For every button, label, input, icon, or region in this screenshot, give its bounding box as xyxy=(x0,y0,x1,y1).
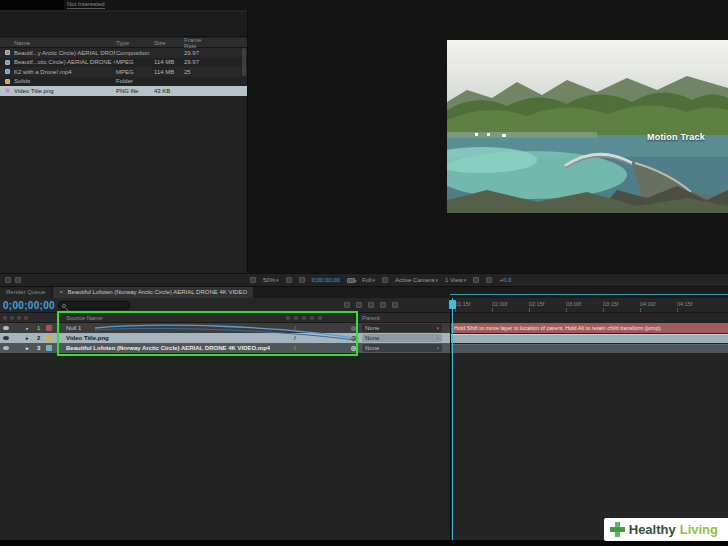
panel-tab-label[interactable]: Not Interested xyxy=(67,1,105,9)
visibility-eye-icon[interactable] xyxy=(3,336,9,340)
project-scrollbar[interactable] xyxy=(242,48,246,76)
item-name: Video Title.png xyxy=(14,88,116,94)
visibility-eye-icon[interactable] xyxy=(3,346,9,350)
watermark-word-healthy: Healthy xyxy=(629,522,676,537)
after-effects-window: Not Interested Name Type Size Frame Rate… xyxy=(0,0,728,546)
item-name: Solids xyxy=(14,78,116,84)
video-icon xyxy=(0,60,14,65)
pick-whip-icon[interactable]: ◎ xyxy=(351,323,356,333)
composition-viewer[interactable]: Motion Track xyxy=(447,40,728,213)
parent-dropdown[interactable]: None▾ xyxy=(362,344,442,352)
layer-name[interactable]: Beautiful Lofoten (Norway Arctic Circle)… xyxy=(66,343,270,353)
panel-tab[interactable] xyxy=(0,0,64,10)
item-name: K2 with a Drone!.mp4 xyxy=(14,69,116,75)
layer-duration-bar-selected[interactable] xyxy=(451,334,728,343)
label-color-chip[interactable] xyxy=(46,345,52,351)
project-preview-area xyxy=(0,12,247,37)
layer-switches[interactable]: / xyxy=(294,323,302,333)
ruler-tick: 03:15f xyxy=(603,298,640,312)
timeline-tabs: Render Queue × Beautiful Lofoten (Norway… xyxy=(0,287,728,298)
project-panel: Name Type Size Frame Rate Beautif...y Ar… xyxy=(0,10,248,273)
item-type: Folder xyxy=(116,78,154,84)
visibility-eye-icon[interactable] xyxy=(3,326,9,330)
project-item-video[interactable]: K2 with a Drone!.mp4 MPEG 114 MB 25 xyxy=(0,67,247,77)
project-item-composition[interactable]: Beautif...y Arctic Circle) AERIAL DRONE … xyxy=(0,48,247,58)
close-icon[interactable]: × xyxy=(59,289,63,295)
project-item-list: Beautif...y Arctic Circle) AERIAL DRONE … xyxy=(0,48,247,96)
layer-row-null[interactable]: ▸ 1 Null 1 / ◎ None▾ xyxy=(0,323,450,333)
motion-track-title-overlay: Motion Track xyxy=(647,132,705,142)
timeline-panel: Render Queue × Beautiful Lofoten (Norway… xyxy=(0,287,728,540)
source-name-column[interactable]: Source Name xyxy=(66,315,103,321)
viewer-timecode[interactable]: 0;00;00;00 xyxy=(312,277,340,283)
always-preview-icon[interactable] xyxy=(250,277,256,283)
healthy-living-watermark: Healthy Living xyxy=(604,518,728,541)
timeline-view-options-icons[interactable] xyxy=(344,302,398,308)
camera-select[interactable]: Active Camera▾ xyxy=(395,277,438,283)
layer-number: 1 xyxy=(37,323,40,333)
video-icon xyxy=(0,69,14,74)
ruler-tick: 04:15f xyxy=(677,298,714,312)
item-type: MPEG xyxy=(116,59,154,65)
column-name[interactable]: Name xyxy=(14,40,116,46)
mask-visibility-icon[interactable] xyxy=(299,277,305,283)
column-type[interactable]: Type xyxy=(116,40,154,46)
lofoten-landscape-image xyxy=(447,40,728,213)
project-footer-icons[interactable] xyxy=(5,277,21,283)
chevron-down-icon: ▾ xyxy=(435,277,438,283)
viewer-toolbar: 50%▾ 0;00;00;00 Full▾ Active Camera▾ 1 V… xyxy=(250,273,511,287)
layer-switches[interactable]: / xyxy=(294,343,302,353)
item-name: Beautif...y Arctic Circle) AERIAL DRONE … xyxy=(14,50,116,56)
project-item-folder[interactable]: Solids Folder xyxy=(0,77,247,87)
playhead-line[interactable] xyxy=(452,298,453,540)
item-type: MPEG xyxy=(116,69,154,75)
parent-dropdown[interactable]: None▾ xyxy=(362,334,442,342)
ruler-tick: 04:00f xyxy=(640,298,677,312)
pick-whip-icon[interactable]: ◎ xyxy=(351,333,356,343)
current-time-display[interactable]: 0;00;00;00 xyxy=(3,300,55,311)
chevron-down-icon: ▾ xyxy=(276,277,279,283)
layer-row-title-selected[interactable]: ▸ 2 Video Title.png / ◎ None▾ xyxy=(0,333,450,343)
view-layout-select[interactable]: 1 View▾ xyxy=(445,277,466,283)
zoom-select[interactable]: 50%▾ xyxy=(263,277,279,283)
bit-depth-icon[interactable] xyxy=(5,277,11,283)
current-time-indicator[interactable] xyxy=(449,300,456,309)
parent-column[interactable]: Parent xyxy=(362,315,380,321)
item-name: Beautif...ctic Circle) AERIAL DRONE 4K V… xyxy=(14,59,116,65)
expand-arrow-icon[interactable]: ▸ xyxy=(26,333,29,343)
ruler-tick: 02:15f xyxy=(529,298,566,312)
item-type: Composition xyxy=(116,50,154,56)
timeline-graph-area[interactable]: 01:15f 02:00f 02:15f 03:00f 03:15f 04:00… xyxy=(450,298,728,540)
column-size[interactable]: Size xyxy=(154,40,184,46)
fast-previews-icon[interactable] xyxy=(486,277,492,283)
layer-name[interactable]: Video Title.png xyxy=(66,333,109,343)
layer-duration-bar[interactable] xyxy=(451,344,728,353)
label-color-chip[interactable] xyxy=(46,335,52,341)
exposure-value[interactable]: +0.0 xyxy=(499,277,511,283)
layer-row-footage[interactable]: ▸ 3 Beautiful Lofoten (Norway Arctic Cir… xyxy=(0,343,450,353)
timeline-search-input[interactable] xyxy=(58,301,130,310)
time-ruler[interactable]: 01:15f 02:00f 02:15f 03:00f 03:15f 04:00… xyxy=(451,298,728,313)
flowchart-icon[interactable] xyxy=(15,277,21,283)
timeline-column-header: Source Name Parent xyxy=(0,313,450,323)
expand-arrow-icon[interactable]: ▸ xyxy=(26,343,29,353)
label-color-chip[interactable] xyxy=(46,325,52,331)
layer-switches[interactable]: / xyxy=(294,333,302,343)
pick-whip-icon[interactable]: ◎ xyxy=(351,343,356,353)
parent-dropdown[interactable]: None▾ xyxy=(362,324,442,332)
tab-composition[interactable]: × Beautiful Lofoten (Norway Arctic Circl… xyxy=(53,287,253,298)
tab-render-queue[interactable]: Render Queue xyxy=(0,287,51,298)
snapshot-camera-icon[interactable] xyxy=(347,278,355,283)
pixel-aspect-icon[interactable] xyxy=(473,277,479,283)
project-item-video[interactable]: Beautif...ctic Circle) AERIAL DRONE 4K V… xyxy=(0,58,247,68)
layer-name[interactable]: Null 1 xyxy=(66,323,81,333)
column-frame-rate[interactable]: Frame Rate xyxy=(184,37,212,49)
rulers-icon[interactable] xyxy=(286,277,292,283)
region-of-interest-icon[interactable] xyxy=(382,277,388,283)
expand-arrow-icon[interactable]: ▸ xyxy=(26,323,29,333)
resolution-select[interactable]: Full▾ xyxy=(362,277,375,283)
item-frame-rate: 25 xyxy=(184,69,212,75)
project-item-image-selected[interactable]: Video Title.png PNG file 43 KB xyxy=(0,86,247,96)
image-icon xyxy=(0,88,14,93)
item-type: PNG file xyxy=(116,88,154,94)
